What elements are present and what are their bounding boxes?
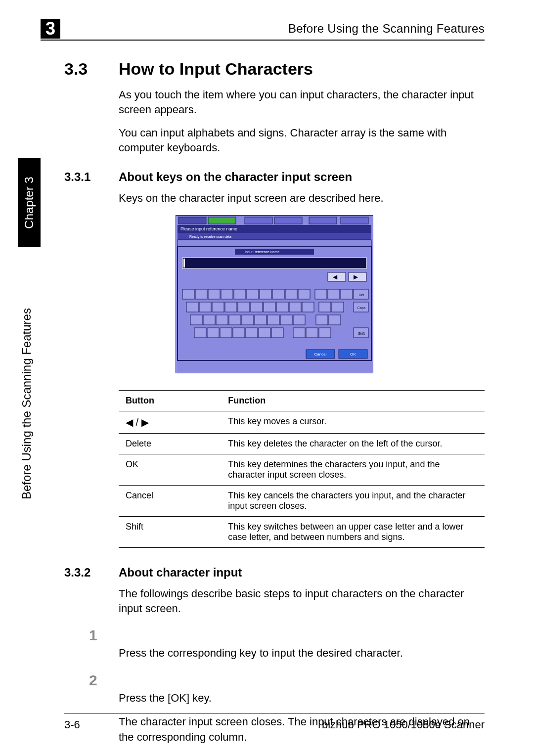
arrow-left-right-icon: ◀ / ▶	[126, 417, 149, 428]
table-row: Shift This key switches between an upper…	[119, 517, 485, 548]
table-cell-function: This key deletes the character on the le…	[221, 434, 485, 454]
step-text: Press the corresponding key to input the…	[119, 646, 494, 661]
section-heading: 3.3How to Input Characters	[64, 59, 485, 79]
svg-rect-22	[234, 289, 246, 299]
svg-rect-65	[319, 328, 331, 338]
table-cell-function: This key cancels the characters you inpu…	[221, 486, 485, 517]
svg-rect-58	[220, 328, 232, 338]
svg-rect-26	[285, 289, 297, 299]
sidebar-chapter-badge: Chapter 3	[18, 158, 41, 247]
sidebar-section-title: Before Using the Scanning Features	[20, 308, 34, 499]
svg-rect-53	[293, 315, 305, 325]
table-cell-function: This key switches between an upper case …	[221, 517, 485, 548]
svg-rect-46	[203, 315, 215, 325]
subsection-2-intro: The followings describe basic steps to i…	[119, 586, 485, 616]
character-input-screenshot: Please input reference name Ready to rec…	[176, 215, 373, 375]
step-item: 2 Press the [OK] key.	[119, 670, 485, 706]
svg-rect-23	[247, 289, 259, 299]
svg-rect-49	[242, 315, 254, 325]
svg-rect-61	[259, 328, 270, 338]
svg-text:Del: Del	[359, 293, 364, 297]
svg-rect-12	[182, 258, 366, 268]
svg-rect-4	[274, 217, 302, 224]
svg-rect-5	[309, 217, 337, 224]
page-content: 3.3How to Input Characters As you touch …	[64, 59, 485, 745]
table-header-function: Function	[221, 391, 485, 411]
svg-rect-19	[195, 289, 207, 299]
svg-rect-30	[341, 289, 353, 299]
section-title: How to Input Characters	[119, 59, 313, 78]
svg-rect-59	[233, 328, 245, 338]
section-paragraph-2: You can input alphabets and signs. Chara…	[119, 126, 485, 155]
document-page: 3 Before Using the Scanning Features Cha…	[0, 0, 534, 756]
svg-rect-45	[190, 315, 202, 325]
header-rule	[41, 40, 485, 41]
svg-rect-34	[212, 302, 224, 312]
svg-rect-62	[271, 328, 283, 338]
svg-rect-18	[182, 289, 194, 299]
svg-rect-43	[332, 302, 344, 312]
screenshot-svg: Please input reference name Ready to rec…	[176, 215, 373, 373]
svg-text:▶: ▶	[354, 273, 358, 280]
table-cell-function: This key moves a cursor.	[221, 411, 485, 434]
svg-rect-32	[186, 302, 198, 312]
table-cell-button: Shift	[119, 517, 221, 548]
svg-rect-2	[208, 217, 236, 224]
section-paragraph-1: As you touch the item where you can inpu…	[119, 88, 485, 117]
chapter-badge: 3	[41, 19, 60, 39]
running-header-title: Before Using the Scanning Features	[288, 22, 485, 36]
svg-text:Shift: Shift	[358, 332, 365, 335]
step-text: Press the [OK] key.	[119, 691, 494, 706]
subsection-2-number: 3.3.2	[64, 566, 119, 579]
svg-rect-35	[225, 302, 237, 312]
footer-page-number: 3-6	[64, 718, 80, 731]
sidebar-chapter-label: Chapter 3	[22, 177, 36, 228]
table-row: Cancel This key cancels the characters y…	[119, 486, 485, 517]
table-cell-button: OK	[119, 454, 221, 486]
svg-rect-6	[341, 217, 368, 224]
screenshot-status: Ready to receive scan data	[189, 235, 231, 239]
screenshot-cancel: Cancel	[314, 352, 327, 356]
svg-rect-40	[289, 302, 301, 312]
svg-rect-57	[207, 328, 219, 338]
svg-rect-24	[260, 289, 271, 299]
svg-rect-37	[251, 302, 263, 312]
svg-rect-25	[272, 289, 284, 299]
table-row: Delete This key deletes the character on…	[119, 434, 485, 454]
svg-rect-47	[216, 315, 228, 325]
table-cell-function: This key determines the characters you i…	[221, 454, 485, 486]
svg-rect-64	[306, 328, 318, 338]
table-header-button: Button	[119, 391, 221, 411]
svg-rect-60	[246, 328, 258, 338]
subsection-2-heading: 3.3.2About character input	[64, 566, 485, 579]
steps-list: 1 Press the corresponding key to input t…	[119, 625, 485, 706]
svg-rect-1	[178, 217, 206, 224]
svg-rect-56	[194, 328, 206, 338]
svg-rect-42	[319, 302, 331, 312]
screenshot-instruction: Please input reference name	[180, 226, 237, 231]
svg-rect-3	[245, 217, 272, 224]
svg-rect-20	[208, 289, 220, 299]
svg-rect-33	[199, 302, 211, 312]
subsection-1-number: 3.3.1	[64, 170, 119, 184]
svg-rect-55	[329, 315, 341, 325]
step-item: 1 Press the corresponding key to input t…	[119, 625, 485, 661]
subsection-1-title: About keys on the character input screen	[119, 170, 352, 183]
svg-rect-27	[298, 289, 310, 299]
table-row: ◀ / ▶ This key moves a cursor.	[119, 411, 485, 434]
subsection-1-heading: 3.3.1About keys on the character input s…	[64, 170, 485, 184]
subsection-2-title: About character input	[119, 566, 242, 579]
svg-rect-63	[293, 328, 305, 338]
page-footer: 3-6 bizhub PRO 1050/1050e Scanner	[64, 713, 485, 731]
svg-rect-48	[229, 315, 241, 325]
button-function-table: Button Function ◀ / ▶ This key moves a c…	[119, 390, 485, 548]
svg-text:Caps: Caps	[357, 306, 366, 310]
screenshot-panel-title: Input Reference Name	[245, 250, 280, 254]
svg-rect-28	[315, 289, 327, 299]
svg-rect-54	[316, 315, 328, 325]
svg-rect-39	[276, 302, 288, 312]
screenshot-ok: OK	[350, 352, 356, 356]
svg-rect-52	[280, 315, 292, 325]
svg-rect-21	[221, 289, 233, 299]
step-number: 2	[89, 670, 114, 691]
